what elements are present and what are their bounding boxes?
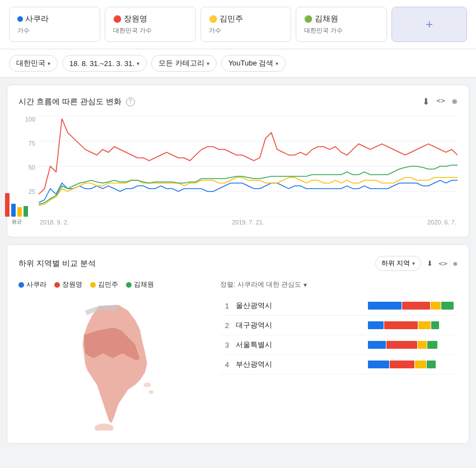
help-icon[interactable]: ? xyxy=(126,97,135,106)
download-icon[interactable]: ⬇ xyxy=(422,96,430,107)
svg-point-7 xyxy=(149,390,154,394)
sub-region-title: 하위 지역별 비교 분석 xyxy=(18,259,96,269)
bar-3-blue xyxy=(368,341,386,349)
interest-section-header: 시간 흐름에 따른 관심도 변화 ? ⬇ <> ⎈ xyxy=(18,96,458,107)
bar-2-yellow xyxy=(418,321,431,329)
y-label-50: 50 xyxy=(18,164,35,171)
plus-icon: + xyxy=(426,17,433,32)
ranking-header: 정렬: 사쿠라에 대한 관심도 ▾ xyxy=(220,280,458,289)
mini-bar-yellow xyxy=(17,207,22,217)
y-label-100: 100 xyxy=(18,116,35,123)
x-axis-labels: 2018. 9. 2. 2019. 7. 21. 2020. 6. 7. xyxy=(39,219,458,226)
chart-svg xyxy=(39,116,458,217)
mini-bar-green xyxy=(24,206,28,217)
x-label-1: 2018. 9. 2. xyxy=(40,219,69,226)
mini-bar-red xyxy=(5,193,10,217)
period-arrow-icon: ▾ xyxy=(137,60,139,67)
ranking-row-2: 2 대구광역시 xyxy=(220,316,458,335)
country-label: 대한민국 xyxy=(16,58,45,68)
legend-kimchaewon-dot xyxy=(126,282,132,288)
rank-name-2: 대구광역시 xyxy=(236,320,361,330)
legend-kimminju: 김민주 xyxy=(90,280,118,289)
search-type-filter[interactable]: YouTube 검색 ▾ xyxy=(221,55,286,72)
legend-kimchaewon-label: 김채원 xyxy=(134,280,154,289)
rank-bar-2 xyxy=(368,321,458,329)
bar-4-red xyxy=(390,361,414,368)
korea-map-regions xyxy=(82,305,153,430)
card-sakura[interactable]: 사쿠라 가수 xyxy=(9,7,100,42)
add-card-button[interactable]: + xyxy=(391,7,467,42)
country-filter[interactable]: 대한민국 ▾ xyxy=(9,55,58,72)
period-label: 18. 8. 31.~21. 3. 31. xyxy=(69,59,134,68)
category-arrow-icon: ▾ xyxy=(207,60,209,67)
share-icon[interactable]: ⎈ xyxy=(452,96,458,107)
rank-num-2: 2 xyxy=(220,321,229,330)
legend-jangwonyeong-dot xyxy=(54,282,60,288)
card-sakura-name: 사쿠라 xyxy=(17,14,92,24)
period-filter[interactable]: 18. 8. 31.~21. 3. 31. ▾ xyxy=(62,55,147,72)
mini-bar-blue xyxy=(11,204,16,217)
ranking-row-3: 3 서울특별시 xyxy=(220,335,458,355)
jangwonyeong-emoji: 🔴 xyxy=(113,15,122,23)
region-type-button[interactable]: 하위 지역 ▾ xyxy=(375,256,421,271)
legend-sakura-label: 사쿠라 xyxy=(26,280,46,289)
bar-1-green xyxy=(441,302,454,310)
legend-jangwonyeong: 장원영 xyxy=(54,280,82,289)
rank-name-3: 서울특별시 xyxy=(236,340,361,350)
card-kimchaewon-sub: 대한민국 가수 xyxy=(304,26,379,35)
rank-num-4: 4 xyxy=(220,361,229,369)
rank-name-4: 부산광역시 xyxy=(236,359,361,369)
y-label-75: 75 xyxy=(18,140,35,147)
card-kimminju[interactable]: 🟡 김민주 가수 xyxy=(200,7,292,42)
category-filter[interactable]: 모든 카테고리 ▾ xyxy=(151,55,217,72)
bar-2-red xyxy=(384,321,418,329)
download-region-icon[interactable]: ⬇ xyxy=(427,259,433,268)
bottom-content: 사쿠라 장원영 김민주 김채원 xyxy=(18,280,458,432)
sort-arrow-icon[interactable]: ▾ xyxy=(304,281,307,289)
sort-label: 정렬: 사쿠라에 대한 관심도 xyxy=(220,280,301,289)
region-arrow-icon: ▾ xyxy=(412,260,415,266)
filter-bar: 대한민국 ▾ 18. 8. 31.~21. 3. 31. ▾ 모든 카테고리 ▾… xyxy=(0,49,476,78)
interest-section-actions: ⬇ <> ⎈ xyxy=(422,96,458,107)
rank-bar-3 xyxy=(368,341,458,349)
interest-over-time-section: 시간 흐름에 따른 관심도 변화 ? ⬇ <> ⎈ 100 75 50 25 xyxy=(7,85,469,237)
svg-point-5 xyxy=(95,423,114,430)
legend-sakura-dot xyxy=(18,282,24,288)
sakura-dot xyxy=(17,16,23,22)
search-type-arrow-icon: ▾ xyxy=(276,60,278,67)
interest-section-title: 시간 흐름에 따른 관심도 변화 ? xyxy=(18,97,135,107)
sub-region-header: 하위 지역별 비교 분석 하위 지역 ▾ ⬇ <> ⎈ xyxy=(18,256,458,271)
card-kimchaewon-name: 🟢 김채원 xyxy=(304,14,379,24)
chart-container: 100 75 50 25 xyxy=(18,116,458,226)
card-sakura-sub: 가수 xyxy=(17,26,92,35)
legend-sakura: 사쿠라 xyxy=(18,280,46,289)
bar-4-green xyxy=(427,361,436,368)
region-btn-label: 하위 지역 xyxy=(381,259,410,268)
chart-svg-area: 평균 2018. 9. 2. 2019. 7. 21. 2020. 6. 7. xyxy=(39,116,458,226)
top-cards-container: 사쿠라 가수 🔴 장원영 대한민국 가수 🟡 김민주 가수 🟢 김채원 대한민국… xyxy=(0,0,476,49)
rankings-container: 정렬: 사쿠라에 대한 관심도 ▾ 1 울산광역시 2 대구광역시 xyxy=(220,280,458,432)
rank-bar-4 xyxy=(368,361,458,368)
embed-icon[interactable]: <> xyxy=(436,96,445,107)
rank-num-1: 1 xyxy=(220,302,229,310)
kimchaewon-emoji: 🟢 xyxy=(304,15,312,23)
card-jangwonyeong[interactable]: 🔴 장원영 대한민국 가수 xyxy=(105,7,196,42)
share-region-icon[interactable]: ⎈ xyxy=(453,259,458,268)
bar-1-blue xyxy=(368,302,402,310)
bar-4-blue xyxy=(368,361,389,368)
sub-region-section: 하위 지역별 비교 분석 하위 지역 ▾ ⬇ <> ⎈ 사쿠라 장원영 xyxy=(7,244,469,444)
legend-jangwonyeong-label: 장원영 xyxy=(62,280,82,289)
x-label-2: 2019. 7. 21. xyxy=(232,219,264,226)
ranking-row-4: 4 부산광역시 xyxy=(220,355,458,375)
svg-point-6 xyxy=(143,382,151,387)
avg-label: 평균 xyxy=(12,218,22,226)
card-jangwonyeong-name: 🔴 장원영 xyxy=(113,14,188,24)
line-kimchaewon xyxy=(39,165,458,204)
map-area: 사쿠라 장원영 김민주 김채원 xyxy=(18,280,209,432)
sub-region-actions: 하위 지역 ▾ ⬇ <> ⎈ xyxy=(375,256,458,271)
x-label-3: 2020. 6. 7. xyxy=(427,219,456,226)
embed-region-icon[interactable]: <> xyxy=(438,259,447,268)
card-kimchaewon[interactable]: 🟢 김채원 대한민국 가수 xyxy=(296,7,387,42)
card-jangwonyeong-sub: 대한민국 가수 xyxy=(113,26,188,35)
bar-2-green xyxy=(431,321,439,329)
